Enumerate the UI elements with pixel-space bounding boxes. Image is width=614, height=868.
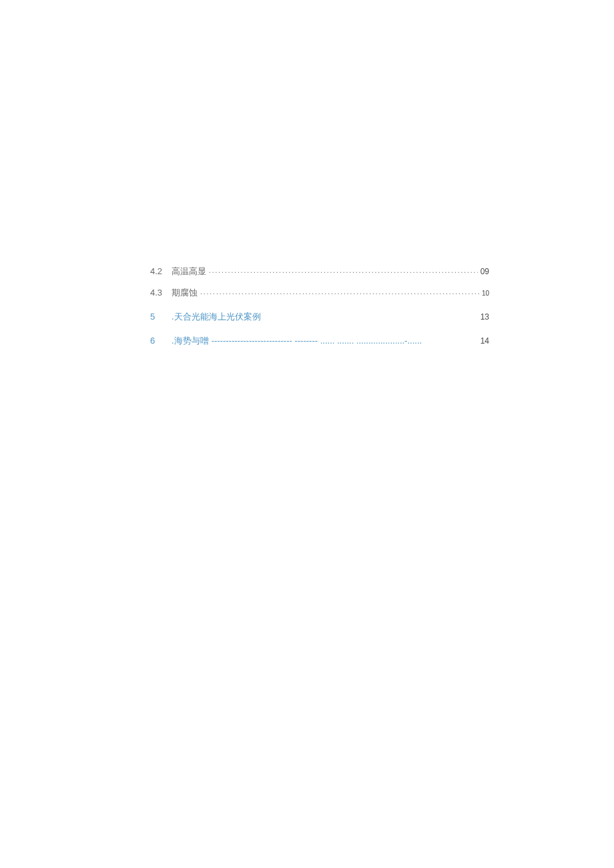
toc-entry-title: 高温高显 — [172, 266, 206, 278]
toc-entry-title: .海势与噌 — [172, 335, 209, 347]
toc-entry-number: 6 — [150, 336, 172, 346]
toc-entry-title: .天合光能海上光伏案例 — [172, 311, 261, 323]
toc-entry-heading: 6 .海势与噌 ---------------------------- ---… — [150, 335, 489, 347]
toc-entry-number: 5 — [150, 312, 172, 322]
toc-entry-title: 期腐蚀 — [172, 287, 198, 299]
toc-leader-dashes: ---------------------------- -------- ..… — [212, 336, 478, 346]
toc-entry-page: 10 — [482, 290, 489, 297]
toc-entry-page: 13 — [481, 312, 489, 322]
toc-entry-heading: 5 .天合光能海上光伏案例 13 — [150, 311, 489, 323]
toc-entry-page: 09 — [481, 267, 489, 276]
toc-entry: 4.2 高温高显 ...............................… — [150, 266, 489, 278]
toc-entry-page: 14 — [481, 336, 489, 346]
table-of-contents: 4.2 高温高显 ...............................… — [150, 266, 489, 356]
toc-entry-number: 4.2 — [150, 266, 172, 276]
toc-entry-number: 4.3 — [150, 288, 172, 298]
toc-entry: 4.3 期腐蚀 ................................… — [150, 287, 489, 299]
toc-leader-dots: ........................................… — [200, 288, 479, 296]
toc-leader-dots: ........................................… — [209, 267, 478, 274]
